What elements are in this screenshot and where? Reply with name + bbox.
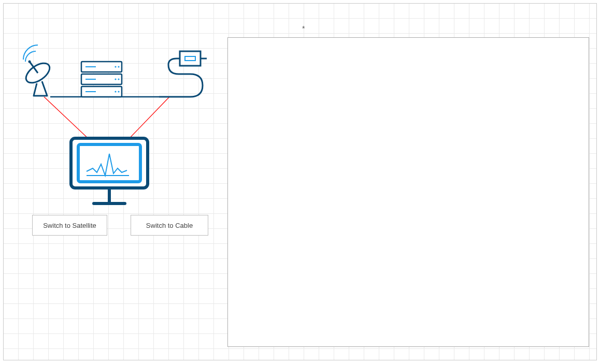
- switch-to-cable-button[interactable]: Switch to Cable: [131, 215, 208, 236]
- page-panel: [227, 37, 589, 347]
- switch-to-satellite-button[interactable]: Switch to Satellite: [32, 215, 107, 236]
- page-marker: *: [302, 24, 305, 33]
- canvas-frame: *: [3, 3, 597, 360]
